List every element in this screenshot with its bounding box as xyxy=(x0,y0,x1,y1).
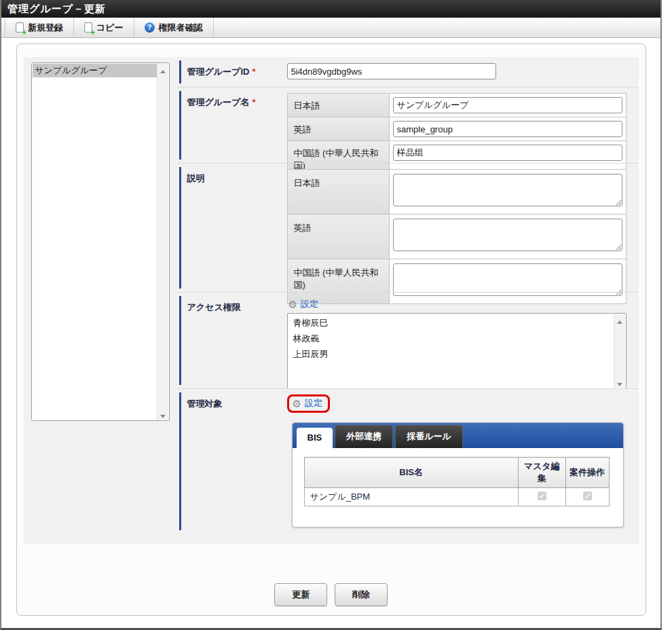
group-name-english-input[interactable] xyxy=(393,121,622,137)
member-item[interactable]: 上田辰男 xyxy=(288,346,614,362)
group-name-chinese-input[interactable] xyxy=(393,145,622,161)
form-column: 管理グループID* 管理グループ名* 日本語 xyxy=(177,57,639,544)
gear-icon: ⚙ xyxy=(293,399,301,409)
bis-table: BIS名 マスタ編集 案件操作 サンプル_BPM xyxy=(304,457,610,506)
group-list-column: サンプルグループ xyxy=(24,57,177,544)
authority-check-button[interactable]: ? 権限者確認 xyxy=(134,18,214,37)
master-edit-header: マスタ編集 xyxy=(518,458,565,488)
delete-button[interactable]: 削除 xyxy=(335,583,388,606)
management-target-label: 管理対象 xyxy=(187,393,287,528)
bis-name-cell: サンプル_BPM xyxy=(304,488,518,506)
master-edit-checkbox[interactable] xyxy=(538,492,546,500)
access-settings-label: 設定 xyxy=(301,298,318,310)
group-name-subtable: 日本語 英語 中国語 (中華人民共和国) xyxy=(287,93,627,172)
lang-label-english: 英語 xyxy=(288,215,390,259)
description-subtable: 日本語 英語 中国語 (中華人民共和国) xyxy=(287,169,627,304)
page-title: 管理グループ－更新 xyxy=(1,0,660,18)
scroll-up-icon[interactable] xyxy=(157,64,168,75)
row-accent-bar xyxy=(179,296,181,385)
row-accent-bar xyxy=(179,91,181,160)
copy-button[interactable]: + コピー xyxy=(73,18,134,37)
description-label: 説明 xyxy=(187,168,287,286)
form-row-access-rights: アクセス権限 ⚙ 設定 青柳辰巳 林政義 上田辰男 xyxy=(177,292,639,388)
description-english-textarea[interactable] xyxy=(393,219,622,251)
toolbar: + 新規登録 + コピー ? 権限者確認 xyxy=(1,18,660,38)
group-id-label: 管理グループID* xyxy=(187,61,287,81)
target-settings-link-highlighted[interactable]: ⚙ 設定 xyxy=(287,394,330,413)
target-tab-panel: BIS 外部連携 採番ルール BIS名 マスタ編集 xyxy=(292,422,624,527)
group-list-scrollbar[interactable] xyxy=(157,64,168,420)
form-row-description: 説明 日本語 英語 xyxy=(177,163,639,292)
target-settings-label: 設定 xyxy=(305,397,322,409)
main-container: サンプルグループ 管理グループID* xyxy=(16,43,646,616)
new-registration-button[interactable]: + 新規登録 xyxy=(5,18,74,37)
form-panel: サンプルグループ 管理グループID* xyxy=(24,57,639,544)
form-row-management-target: 管理対象 ⚙ 設定 BIS 外部連携 採番ルール xyxy=(177,388,639,534)
group-id-input[interactable] xyxy=(287,63,496,79)
target-tab-bar: BIS 外部連携 採番ルール xyxy=(293,423,623,448)
row-accent-bar xyxy=(179,167,181,289)
document-add-icon: + xyxy=(16,22,24,33)
app-window: 管理グループ－更新 + 新規登録 + コピー ? 権限者確認 サンプルグループ xyxy=(0,0,662,630)
access-rights-label: アクセス権限 xyxy=(187,297,287,383)
scroll-up-icon[interactable] xyxy=(614,314,625,325)
row-accent-bar xyxy=(179,392,181,530)
group-list-item[interactable]: サンプルグループ xyxy=(33,64,157,77)
group-listbox[interactable]: サンプルグループ xyxy=(31,62,170,421)
form-row-group-id: 管理グループID* xyxy=(177,57,639,87)
description-chinese-textarea[interactable] xyxy=(393,263,622,296)
required-mark: * xyxy=(252,67,255,77)
document-add-icon: + xyxy=(84,22,92,33)
tab-numbering-rule[interactable]: 採番ルール xyxy=(395,425,463,448)
table-row: サンプル_BPM xyxy=(304,488,609,506)
member-list-scrollbar[interactable] xyxy=(614,314,625,388)
row-accent-bar xyxy=(179,60,181,84)
new-registration-label: 新規登録 xyxy=(28,22,63,34)
tab-external-link[interactable]: 外部連携 xyxy=(335,425,393,448)
copy-label: コピー xyxy=(96,22,124,34)
access-member-listbox[interactable]: 青柳辰巳 林政義 上田辰男 xyxy=(287,313,627,389)
lang-label-japanese: 日本語 xyxy=(288,94,390,117)
bis-name-header: BIS名 xyxy=(304,458,518,488)
footer-actions: 更新 削除 xyxy=(17,583,646,606)
bis-tab-content: BIS名 マスタ編集 案件操作 サンプル_BPM xyxy=(293,448,623,527)
required-mark: * xyxy=(252,97,255,107)
member-item[interactable]: 林政義 xyxy=(288,331,614,346)
form-row-group-name: 管理グループ名* 日本語 英語 xyxy=(177,87,639,163)
access-settings-link[interactable]: ⚙ 設定 xyxy=(288,298,318,310)
lang-label-japanese: 日本語 xyxy=(288,170,390,214)
case-operation-checkbox[interactable] xyxy=(583,492,592,500)
authority-check-label: 権限者確認 xyxy=(159,22,203,34)
gear-icon: ⚙ xyxy=(288,299,297,310)
lang-label-english: 英語 xyxy=(288,117,390,141)
scroll-down-icon[interactable] xyxy=(614,377,625,388)
scroll-down-icon[interactable] xyxy=(157,409,168,420)
update-button[interactable]: 更新 xyxy=(274,583,327,606)
help-icon: ? xyxy=(145,22,155,33)
member-item[interactable]: 青柳辰巳 xyxy=(288,315,614,331)
description-japanese-textarea[interactable] xyxy=(393,174,622,206)
group-name-japanese-input[interactable] xyxy=(393,97,622,113)
group-name-label: 管理グループ名* xyxy=(187,92,287,158)
tab-bis[interactable]: BIS xyxy=(297,428,333,448)
case-operation-header: 案件操作 xyxy=(565,458,609,488)
